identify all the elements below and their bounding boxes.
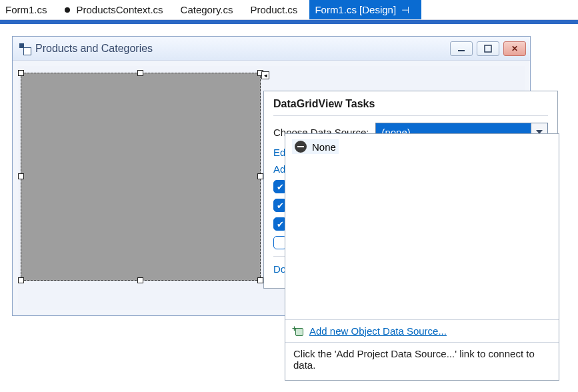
- tab-label: Category.cs: [181, 4, 233, 15]
- resize-handle-bottom-right[interactable]: [257, 277, 263, 283]
- tab-form1-design[interactable]: Form1.cs [Design] ⊣: [309, 0, 421, 19]
- none-icon: [295, 141, 307, 153]
- designer-surface[interactable]: Products and Categories ✕: [0, 24, 578, 392]
- tasks-panel-title: DataGridView Tasks: [273, 98, 548, 116]
- resize-handle-bottom-left[interactable]: [18, 277, 24, 283]
- close-icon: ✕: [511, 44, 518, 53]
- resize-handle-middle-left[interactable]: [18, 173, 24, 179]
- resize-handle-bottom-middle[interactable]: [137, 277, 143, 283]
- tab-label: ProductsContext.cs: [77, 4, 163, 15]
- tab-label: Form1.cs: [5, 4, 47, 15]
- dirty-indicator-icon: [65, 7, 70, 13]
- tab-product-cs[interactable]: Product.cs: [245, 0, 310, 19]
- tab-label: Product.cs: [251, 4, 298, 15]
- resize-handle-top-left[interactable]: [18, 70, 24, 76]
- tab-form1-cs[interactable]: Form1.cs: [0, 0, 59, 19]
- form-app-icon: [19, 43, 30, 54]
- form-titlebar: Products and Categories ✕: [13, 37, 530, 61]
- data-source-tree[interactable]: None: [285, 134, 559, 319]
- add-object-data-source-link[interactable]: Add new Object Data Source...: [309, 325, 447, 337]
- minimize-button[interactable]: [450, 41, 473, 56]
- resize-handle-middle-right[interactable]: [257, 173, 263, 179]
- svg-rect-0: [458, 50, 465, 51]
- maximize-button[interactable]: [477, 41, 499, 56]
- document-tab-strip: Form1.cs ProductsContext.cs Category.cs …: [0, 0, 578, 20]
- add-data-source-icon: +: [293, 326, 304, 337]
- window-buttons: ✕: [450, 41, 526, 56]
- minimize-icon: [457, 45, 465, 53]
- data-source-option-label: None: [312, 141, 336, 153]
- data-source-hint-text: Click the 'Add Project Data Source...' l…: [285, 342, 559, 380]
- add-data-source-row: + Add new Object Data Source...: [285, 320, 559, 342]
- tab-category-cs[interactable]: Category.cs: [175, 0, 245, 19]
- pin-icon[interactable]: ⊣: [401, 5, 409, 15]
- svg-rect-1: [485, 45, 491, 52]
- resize-handle-top-middle[interactable]: [137, 70, 143, 76]
- data-source-popup: None + Add new Object Data Source... Cli…: [285, 133, 559, 381]
- maximize-icon: [484, 45, 492, 53]
- data-source-option-none[interactable]: None: [292, 139, 339, 154]
- datagridview-control[interactable]: ◂: [21, 73, 261, 281]
- close-button[interactable]: ✕: [503, 41, 526, 56]
- form-title: Products and Categories: [35, 43, 450, 55]
- smart-tag-glyph[interactable]: ◂: [261, 71, 269, 79]
- tab-label: Form1.cs [Design]: [315, 4, 396, 15]
- tab-productscontext-cs[interactable]: ProductsContext.cs: [59, 0, 175, 19]
